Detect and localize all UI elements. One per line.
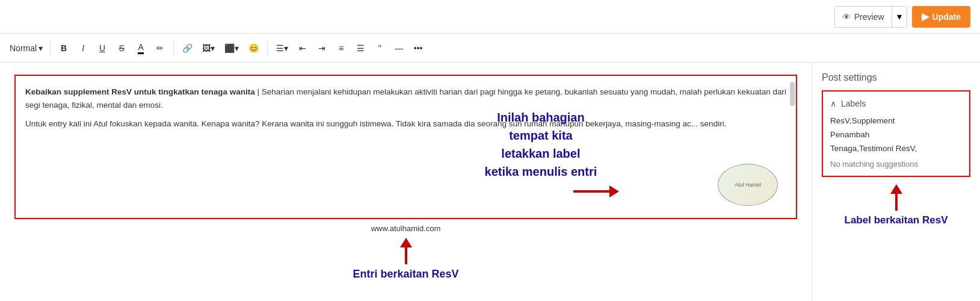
update-label: Update (932, 12, 961, 22)
labels-title: Labels (841, 99, 866, 108)
bold-button[interactable]: B (55, 39, 72, 57)
preview-label: Preview (854, 12, 884, 22)
arrow-right-head (609, 185, 619, 197)
arrow-up-editor (400, 238, 412, 264)
label-line-3: Tenaga,Testimoni ResV, (830, 142, 962, 156)
labels-content: ResV,Supplement Penambah Tenaga,Testimon… (830, 114, 962, 156)
font-color-button[interactable]: A (132, 39, 149, 57)
bullet-list-button[interactable]: ≡ (333, 39, 350, 57)
italic-button[interactable]: I (75, 39, 91, 57)
indent-right-icon: ⇥ (318, 43, 325, 53)
paragraph-2: Untuk entry kali ini Atul fokuskan kepad… (25, 117, 786, 131)
chevron-down-icon: ▾ (897, 11, 902, 22)
link-button[interactable]: 🔗 (179, 39, 196, 57)
label-line-1: ResV,Supplement (830, 114, 962, 128)
separator-1 (50, 41, 51, 55)
main-layout: Kebaikan supplement ResV untuk tingkatka… (0, 63, 980, 301)
more-options-button[interactable]: ••• (410, 39, 427, 57)
preview-button-group[interactable]: 👁 Preview ▾ (834, 6, 907, 28)
arrow-shaft-sidebar (895, 194, 898, 211)
indent-right-button[interactable]: ⇥ (313, 39, 330, 57)
quote-icon: " (378, 43, 381, 53)
editor-toolbar: Normal ▾ B I U S A ✏ 🔗 🖼 ▾ ⬛ ▾ 😊 ☰ ▾ ⇤ ⇥ (0, 34, 980, 63)
arrow-up-sidebar (890, 184, 902, 211)
indent-left-icon: ⇤ (299, 43, 306, 53)
paragraph-1-bold: Kebaikan supplement ResV untuk tingkatka… (25, 87, 255, 96)
strikethrough-button[interactable]: S (113, 39, 130, 57)
divider-icon: — (395, 43, 403, 53)
sidebar: Post settings ∧ Labels ResV,Supplement P… (812, 63, 980, 301)
indent-left-button[interactable]: ⇤ (294, 39, 311, 57)
center-annotation-text: Inilah bahagiantempat kitaletakkan label… (463, 108, 619, 181)
video-button[interactable]: ⬛ ▾ (221, 39, 242, 57)
sidebar-annotation-label: Label berkaitan ResV (845, 214, 948, 226)
quote-button[interactable]: " (371, 39, 388, 57)
more-icon: ••• (414, 43, 423, 53)
editor-content-box[interactable]: Kebaikan supplement ResV untuk tingkatka… (14, 75, 797, 219)
image-dropdown-icon: ▾ (211, 43, 215, 53)
center-annotation: Inilah bahagiantempat kitaletakkan label… (463, 108, 619, 197)
image-button[interactable]: 🖼 ▾ (199, 39, 218, 57)
preview-main-button[interactable]: 👁 Preview (835, 7, 892, 27)
ordered-list-button[interactable]: ☰ (352, 39, 369, 57)
arrow-right-container (463, 185, 619, 197)
labels-header: ∧ Labels (830, 99, 962, 108)
highlight-button[interactable]: ✏ (152, 39, 168, 57)
align-icon: ☰ (276, 43, 284, 53)
separator-3 (267, 41, 268, 55)
divider-button[interactable]: — (390, 39, 407, 57)
paragraph-1: Kebaikan supplement ResV untuk tingkatka… (25, 85, 786, 111)
emoji-icon: 😊 (248, 43, 259, 53)
watermark-text: Atul Hamid (735, 182, 761, 188)
editor-annotation: Entri berkaitan ResV (14, 235, 797, 281)
website-url: www.atulhamid.com (14, 224, 797, 233)
scrollbar[interactable] (790, 82, 795, 106)
video-dropdown-icon: ▾ (235, 43, 239, 53)
emoji-button[interactable]: 😊 (245, 39, 262, 57)
highlight-icon: ✏ (156, 43, 164, 53)
labels-chevron-icon[interactable]: ∧ (830, 99, 836, 108)
sidebar-annotation: Label berkaitan ResV (822, 182, 970, 226)
editor-area: Kebaikan supplement ResV untuk tingkatka… (0, 63, 812, 301)
format-dropdown-icon: ▾ (39, 43, 43, 53)
link-icon: 🔗 (182, 43, 193, 53)
bullet-list-icon: ≡ (339, 43, 344, 53)
update-button[interactable]: ▶ Update (912, 6, 970, 28)
align-button[interactable]: ☰ ▾ (273, 39, 292, 57)
align-dropdown-icon: ▾ (284, 43, 288, 53)
top-bar: 👁 Preview ▾ ▶ Update (0, 0, 980, 34)
font-color-icon: A (138, 42, 143, 54)
separator-2 (173, 41, 174, 55)
editor-annotation-label: Entri berkaitan ResV (353, 268, 458, 281)
image-icon: 🖼 (202, 43, 211, 53)
format-select[interactable]: Normal ▾ (7, 39, 45, 57)
no-matching-suggestions: No matching suggestions (830, 160, 962, 169)
ordered-list-icon: ☰ (357, 43, 365, 53)
video-icon: ⬛ (224, 43, 235, 53)
arrowhead-up-editor (400, 238, 412, 247)
preview-dropdown-button[interactable]: ▾ (892, 7, 907, 27)
label-line-2: Penambah (830, 128, 962, 142)
post-settings-title: Post settings (822, 72, 970, 83)
arrow-right-shaft (573, 190, 609, 193)
arrowhead-up-sidebar (890, 184, 902, 194)
underline-button[interactable]: U (94, 39, 111, 57)
format-label: Normal (10, 43, 37, 53)
watermark-image: Atul Hamid (718, 164, 778, 206)
play-icon: ▶ (922, 11, 929, 22)
labels-section: ∧ Labels ResV,Supplement Penambah Tenaga… (822, 90, 970, 177)
eye-icon: 👁 (842, 12, 851, 22)
arrow-shaft-editor (405, 247, 407, 264)
